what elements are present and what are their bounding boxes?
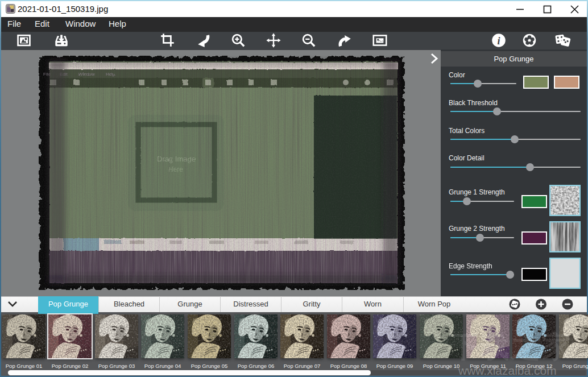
svg-text:i: i bbox=[497, 35, 500, 47]
